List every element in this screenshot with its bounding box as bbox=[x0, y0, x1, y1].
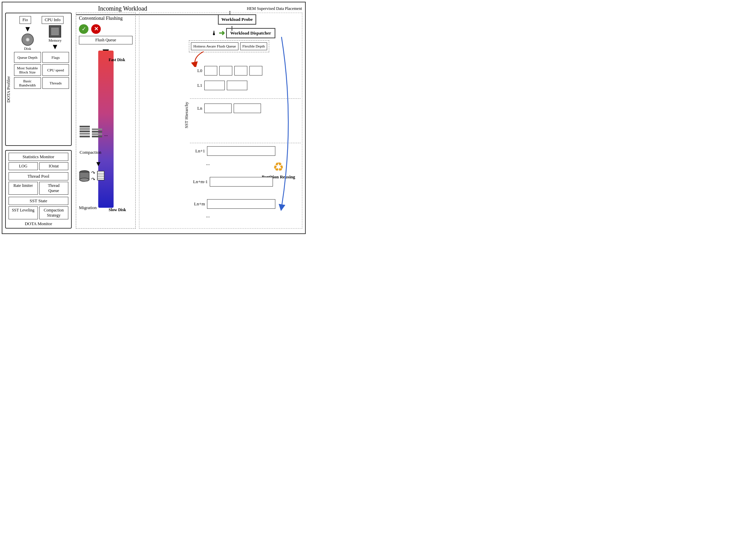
compaction-label: Compaction bbox=[80, 150, 101, 155]
dots-1: ... bbox=[104, 132, 108, 137]
most-suitable-block-size-box: Most Suitable Block Size bbox=[14, 64, 41, 76]
l0-label: L0 bbox=[190, 68, 202, 73]
document-icon bbox=[97, 170, 106, 182]
lnm1-block bbox=[210, 177, 273, 187]
iostat-box: IOstat bbox=[39, 162, 69, 170]
green-arrow-icon: ➜ bbox=[219, 29, 225, 38]
svg-point-2 bbox=[80, 178, 89, 181]
stack-icon-1 bbox=[80, 126, 90, 137]
level-l0-row: L0 bbox=[190, 66, 262, 76]
main-diagram: Incoming Workload DOTA Profiler Fio CPU … bbox=[2, 2, 306, 234]
migration-label: Migration bbox=[79, 205, 97, 210]
l1-block-1 bbox=[204, 81, 225, 90]
l1-label: L1 bbox=[190, 83, 202, 88]
disk-icon bbox=[22, 33, 34, 46]
red-x-icon: ✕ bbox=[91, 24, 101, 34]
queue-depth-box: Queue Depth bbox=[14, 52, 41, 63]
sst-state-title: SST State bbox=[9, 197, 68, 205]
flush-queue-box: Flush Queue bbox=[79, 36, 133, 44]
migration-icons: ↷ ↷ bbox=[79, 170, 106, 182]
log-box: LOG bbox=[9, 162, 38, 170]
rate-limiter-box: Rate limiter bbox=[9, 182, 38, 195]
dots-level-1: ... bbox=[206, 161, 210, 166]
cpu-info-box: CPU Info bbox=[42, 16, 64, 24]
ln1-label: Ln+1 bbox=[190, 148, 205, 154]
hem-label: HEM Supervised Data Placement bbox=[247, 6, 302, 11]
lnm1-label: Ln+m-1 bbox=[190, 179, 208, 185]
blue-arrow-svg bbox=[264, 33, 299, 211]
cylinder-icon bbox=[79, 170, 90, 182]
level-l1-row: L1 bbox=[190, 81, 247, 90]
fast-disk-label: Fast Disk bbox=[109, 57, 125, 63]
thread-queue-box: Thread Queue bbox=[39, 182, 69, 195]
hotness-flush-queue-box: Hotness Aware Flush Queue bbox=[191, 42, 238, 50]
dota-monitor-panel: Statistics Monitor LOG IOstat Thread Poo… bbox=[5, 150, 72, 229]
ln-block-2 bbox=[234, 104, 261, 113]
slow-disk-label: Slow Disk bbox=[109, 207, 126, 213]
memory-label: Memory bbox=[49, 38, 61, 42]
l0-block-4 bbox=[249, 66, 262, 76]
workload-probe-box: Workload Probe bbox=[218, 14, 256, 25]
green-check-icon: ✓ bbox=[79, 24, 88, 34]
level-lnm1-row: Ln+m-1 bbox=[190, 177, 273, 187]
right-panel: HEM Supervised Data Placement Workload P… bbox=[139, 13, 302, 229]
level-ln1-row: Ln+1 bbox=[190, 146, 275, 156]
compaction-strategy-box: Compaction Strategy bbox=[39, 206, 69, 219]
level-lnm-row: Ln+m bbox=[190, 199, 275, 209]
arrow-down-icon: ▼ bbox=[24, 25, 31, 33]
dota-profiler-panel: DOTA Profiler Fio CPU Info ▼ Disk bbox=[5, 13, 72, 146]
sst-hierarchy-label: SST Hierarchy bbox=[184, 102, 189, 128]
ln-label: Ln bbox=[190, 106, 202, 111]
l1-block-2 bbox=[227, 81, 247, 90]
conventional-flushing-label: Conventional Flushing bbox=[79, 16, 133, 22]
sst-leveling-box: SST Leveling bbox=[9, 206, 38, 219]
flags-box: Flags bbox=[42, 52, 69, 63]
level-ln-row: Ln bbox=[190, 104, 261, 113]
arrow-down-icon2: ▼ bbox=[51, 43, 59, 51]
flexible-depth-box: Flexible Depth bbox=[240, 42, 267, 50]
probe-to-dispatcher-line bbox=[232, 26, 232, 31]
l0-block-3 bbox=[234, 66, 247, 76]
l0-block-2 bbox=[219, 66, 232, 76]
basic-bandwidth-box: Basic Bandwidth bbox=[14, 77, 41, 89]
red-arrow-svg bbox=[190, 50, 207, 67]
profiler-label: DOTA Profiler bbox=[5, 75, 12, 104]
dots-level-2: ... bbox=[206, 213, 210, 219]
stack-icon-2 bbox=[92, 128, 102, 137]
l0-block-1 bbox=[204, 66, 217, 76]
fio-box: Fio bbox=[19, 16, 31, 24]
middle-panel: Conventional Flushing ✓ ✕ Flush Queue ▼ … bbox=[76, 13, 136, 229]
thread-pool-title: Thread Pool bbox=[9, 172, 68, 180]
incoming-workload-label: Incoming Workload bbox=[98, 5, 147, 12]
ln-block-1 bbox=[204, 104, 232, 113]
cpu-icon bbox=[49, 25, 61, 38]
cpu-speed-box: CPU speed bbox=[42, 64, 69, 76]
threads-box: Threads bbox=[42, 77, 69, 89]
monitor-label: DOTA Monitor bbox=[6, 221, 71, 227]
mid-arrow: ▼ bbox=[95, 160, 102, 168]
disk-label: Disk bbox=[24, 46, 31, 51]
svg-rect-3 bbox=[97, 171, 104, 180]
statistics-monitor-title: Statistics Monitor bbox=[9, 153, 68, 161]
lnm-label: Ln+m bbox=[190, 201, 205, 207]
thermometer-icon: 🌡 bbox=[211, 30, 217, 37]
